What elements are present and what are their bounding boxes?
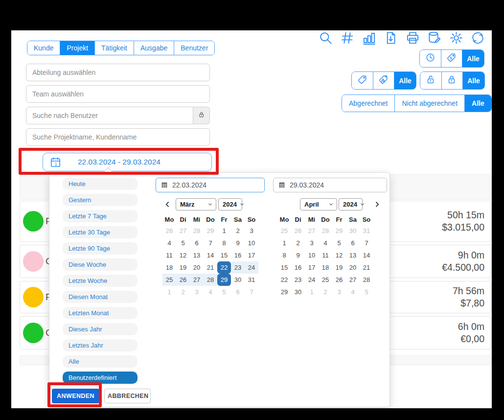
preset-letzten-monat[interactable]: Letzten Monat bbox=[63, 307, 137, 319]
preset-letzte-7-tage[interactable]: Letzte 7 Tage bbox=[63, 210, 137, 222]
calendar-day-cell[interactable]: 31 bbox=[245, 274, 258, 286]
team-select-input[interactable] bbox=[26, 85, 210, 103]
calendar-day-cell[interactable]: 25 bbox=[277, 225, 291, 237]
printer-icon[interactable] bbox=[405, 30, 420, 46]
calendar-day-cell[interactable]: 19 bbox=[176, 261, 190, 274]
calendar-day-cell[interactable]: 4 bbox=[204, 286, 217, 298]
calendar-day-cell[interactable]: 20 bbox=[190, 261, 204, 274]
all-filter-button[interactable]: Alle bbox=[463, 72, 484, 89]
user-lock-addon-button[interactable] bbox=[193, 107, 210, 124]
preset-alle[interactable]: Alle bbox=[63, 355, 137, 368]
calendar-day-cell[interactable]: 4 bbox=[346, 286, 360, 298]
tab-benutzer[interactable]: Benutzer bbox=[174, 41, 214, 55]
calendar-day-cell[interactable]: 12 bbox=[332, 249, 346, 261]
settings-icon[interactable] bbox=[449, 30, 464, 46]
calendar-day-cell[interactable]: 16 bbox=[291, 261, 305, 274]
calendar-day-cell[interactable]: 3 bbox=[305, 237, 319, 249]
preset-heute[interactable]: Heute bbox=[63, 178, 137, 190]
calendar-day-cell[interactable]: 9 bbox=[231, 237, 245, 249]
not-billed-filter-button[interactable]: Nicht abgerechnet bbox=[395, 95, 465, 112]
preset-gestern[interactable]: Gestern bbox=[63, 194, 137, 206]
unlock-filter-button[interactable] bbox=[420, 72, 442, 89]
calendar-day-cell[interactable]: 6 bbox=[231, 286, 245, 298]
calendar-day-cell[interactable]: 28 bbox=[319, 225, 332, 237]
calendar-day-cell[interactable]: 2 bbox=[291, 237, 305, 249]
preset-dieses-jahr[interactable]: Dieses Jahr bbox=[63, 323, 137, 335]
calendar-day-cell[interactable]: 27 bbox=[176, 225, 190, 237]
calendar-day-cell[interactable]: 30 bbox=[346, 225, 360, 237]
date-range-field[interactable]: 1 22.03.2024 - 29.03.2024 bbox=[43, 153, 212, 171]
calendar-day-cell[interactable]: 21 bbox=[360, 261, 373, 274]
calendar-day-cell[interactable]: 29 bbox=[277, 286, 291, 298]
all-filter-button[interactable]: Alle bbox=[462, 50, 484, 67]
calendar-day-cell[interactable]: 17 bbox=[305, 261, 319, 274]
user-search-input[interactable] bbox=[26, 107, 193, 124]
tag-filter-button[interactable] bbox=[352, 72, 373, 89]
file-export-icon[interactable] bbox=[383, 30, 398, 46]
calendar-day-cell[interactable]: 15 bbox=[217, 249, 231, 261]
bar-chart-icon[interactable] bbox=[362, 30, 377, 46]
preset-letzte-90-tage[interactable]: Letzte 90 Tage bbox=[63, 242, 137, 255]
calendar-day-cell[interactable]: 13 bbox=[346, 249, 360, 261]
calendar-day-cell[interactable]: 19 bbox=[332, 261, 346, 274]
calendar-day-cell[interactable]: 22 bbox=[277, 274, 291, 286]
calendar-day-cell[interactable]: 11 bbox=[162, 249, 176, 261]
calendar-day-cell[interactable]: 8 bbox=[217, 237, 231, 249]
calendar-day-cell[interactable]: 28 bbox=[190, 225, 204, 237]
calendar-day-cell[interactable]: 31 bbox=[360, 225, 373, 237]
preset-benutzerdefiniert[interactable]: Benutzerdefiniert bbox=[63, 372, 137, 384]
calendar-day-cell[interactable]: 26 bbox=[332, 274, 346, 286]
calendar-day-cell[interactable]: 21 bbox=[204, 261, 217, 274]
cancel-button[interactable]: ABBRECHEN bbox=[104, 389, 151, 403]
calendar-day-cell[interactable]: 5 bbox=[176, 237, 190, 249]
year-select-left[interactable]: 2024 bbox=[218, 198, 242, 210]
end-date-input[interactable]: 29.03.2024 bbox=[273, 178, 387, 192]
calendar-day-cell[interactable]: 5 bbox=[360, 286, 373, 298]
calendar-day-cell[interactable]: 18 bbox=[319, 261, 332, 274]
calendar-day-cell[interactable]: 27 bbox=[305, 225, 319, 237]
previous-month-button[interactable] bbox=[163, 198, 171, 210]
preset-diesen-monat[interactable]: Diesen Monat bbox=[63, 291, 137, 303]
calendar-day-cell[interactable]: 26 bbox=[291, 225, 305, 237]
tab-kunde[interactable]: Kunde bbox=[27, 41, 60, 55]
next-month-button[interactable] bbox=[373, 198, 381, 210]
tag-warning-filter-button[interactable] bbox=[373, 72, 395, 89]
year-select-right[interactable]: 2024 bbox=[339, 198, 363, 210]
tab-projekt[interactable]: Projekt bbox=[60, 41, 95, 55]
calendar-day-cell[interactable]: 30 bbox=[291, 286, 305, 298]
calendar-day-cell[interactable]: 15 bbox=[277, 261, 291, 274]
calendar-day-cell[interactable]: 24 bbox=[305, 274, 319, 286]
calendar-day-cell[interactable]: 6 bbox=[190, 237, 204, 249]
calendar-day-cell[interactable]: 24 bbox=[245, 261, 258, 274]
search-icon[interactable] bbox=[318, 30, 333, 46]
month-select-right[interactable]: April bbox=[300, 198, 337, 210]
calendar-day-cell[interactable]: 23 bbox=[231, 261, 245, 274]
calendar-day-cell[interactable]: 16 bbox=[231, 249, 245, 261]
calendar-day-cell[interactable]: 17 bbox=[245, 249, 258, 261]
calendar-day-cell[interactable]: 10 bbox=[245, 237, 258, 249]
lock-filter-button[interactable] bbox=[442, 72, 463, 89]
calendar-day-cell[interactable]: 7 bbox=[245, 286, 258, 298]
calendar-day-cell[interactable]: 27 bbox=[346, 274, 360, 286]
calendar-day-cell[interactable]: 29 bbox=[217, 274, 231, 286]
preset-letztes-jahr[interactable]: Letztes Jahr bbox=[63, 339, 137, 351]
billing-all-button[interactable]: Alle bbox=[465, 95, 491, 112]
calendar-day-cell[interactable]: 25 bbox=[319, 274, 332, 286]
calendar-day-cell[interactable]: 4 bbox=[319, 237, 332, 249]
calendar-day-cell[interactable]: 3 bbox=[332, 286, 346, 298]
tab-tätigkeit[interactable]: Tätigkeit bbox=[95, 41, 134, 55]
tag-price-filter-button[interactable]: $ bbox=[441, 50, 463, 67]
calendar-day-cell[interactable]: 28 bbox=[360, 274, 373, 286]
tab-ausgabe[interactable]: Ausgabe bbox=[134, 41, 174, 55]
calendar-day-cell[interactable]: 26 bbox=[162, 225, 176, 237]
refresh-icon[interactable] bbox=[470, 30, 485, 46]
apply-button[interactable]: ANWENDEN bbox=[52, 389, 99, 403]
preset-diese-woche[interactable]: Diese Woche bbox=[63, 258, 137, 271]
calendar-day-cell[interactable]: 28 bbox=[204, 274, 217, 286]
calendar-day-cell[interactable]: 26 bbox=[176, 274, 190, 286]
calendar-day-cell[interactable]: 11 bbox=[319, 249, 332, 261]
start-date-input[interactable]: 22.03.2024 bbox=[156, 178, 265, 192]
calendar-day-cell[interactable]: 13 bbox=[190, 249, 204, 261]
calendar-day-cell[interactable]: 14 bbox=[360, 249, 373, 261]
department-select-input[interactable] bbox=[26, 64, 210, 81]
